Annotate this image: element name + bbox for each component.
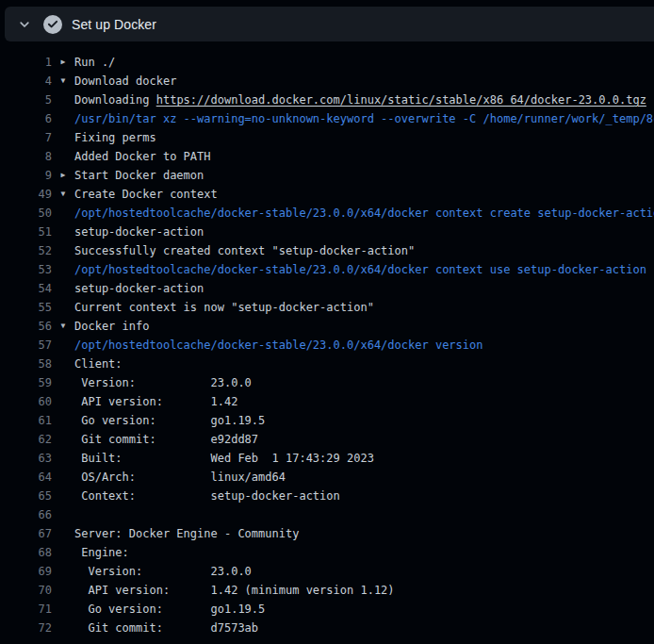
line-number[interactable]: 69 (0, 562, 52, 581)
group-collapse-toggle-icon[interactable]: ▼ (52, 317, 74, 336)
line-number[interactable]: 59 (0, 373, 52, 392)
toggle-spacer (52, 392, 74, 411)
toggle-spacer (52, 411, 74, 430)
log-text: Git commit: d7573ab (74, 619, 258, 637)
toggle-spacer (52, 524, 74, 543)
log-text: Engine: (74, 543, 129, 562)
line-number[interactable]: 61 (0, 411, 52, 430)
toggle-spacer (52, 581, 74, 600)
log-line: 5Downloading https://download.docker.com… (0, 91, 654, 109)
toggle-spacer (52, 487, 74, 505)
group-collapse-toggle-icon[interactable]: ▼ (52, 185, 74, 204)
log-lines: 1▶Run ./4▼Download docker5Downloading ht… (0, 53, 654, 637)
command-text: /usr/bin/tar xz --warning=no-unknown-key… (74, 109, 654, 128)
log-text: Version: 23.0.0 (74, 373, 252, 392)
command-text: /opt/hostedtoolcache/docker-stable/23.0.… (74, 204, 654, 223)
group-expand-toggle-icon[interactable]: ▶ (52, 53, 74, 72)
log-text: Context: setup-docker-action (74, 487, 340, 505)
log-text: Client: (74, 355, 123, 373)
toggle-spacer (52, 355, 74, 373)
line-number[interactable]: 4 (0, 72, 52, 91)
line-number[interactable]: 7 (0, 128, 52, 147)
line-number[interactable]: 66 (0, 505, 52, 524)
line-number[interactable]: 71 (0, 600, 52, 619)
command-text: /opt/hostedtoolcache/docker-stable/23.0.… (74, 260, 646, 279)
log-line: 55Current context is now "setup-docker-a… (0, 298, 654, 317)
log-text: API version: 1.42 (minimum version 1.12) (74, 581, 395, 600)
line-number[interactable]: 58 (0, 355, 52, 373)
toggle-spacer (52, 468, 74, 487)
toggle-spacer (52, 600, 74, 619)
toggle-spacer (52, 373, 74, 392)
chevron-down-icon[interactable] (17, 17, 32, 32)
line-number[interactable]: 53 (0, 260, 52, 279)
log-line: 49▼Create Docker context (0, 185, 654, 204)
line-number[interactable]: 8 (0, 147, 52, 166)
log-text: setup-docker-action (74, 223, 204, 241)
log-text: Go version: go1.19.5 (74, 411, 265, 430)
line-number[interactable]: 54 (0, 279, 52, 298)
group-expand-toggle-icon[interactable]: ▶ (52, 166, 74, 185)
step-title: Set up Docker (72, 17, 156, 32)
log-line: 63 Built: Wed Feb 1 17:43:29 2023 (0, 449, 654, 468)
line-number[interactable]: 70 (0, 581, 52, 600)
toggle-spacer (52, 204, 74, 223)
line-number[interactable]: 55 (0, 298, 52, 317)
line-number[interactable]: 68 (0, 543, 52, 562)
line-number[interactable]: 57 (0, 336, 52, 355)
line-number[interactable]: 6 (0, 109, 52, 128)
line-number[interactable]: 67 (0, 524, 52, 543)
log-text: Downloading (74, 93, 156, 107)
log-text: Version: 23.0.0 (74, 562, 252, 581)
download-url-link[interactable]: https://download.docker.com/linux/static… (156, 93, 646, 107)
toggle-spacer (52, 449, 74, 468)
line-number[interactable]: 49 (0, 185, 52, 204)
log-line: 54setup-docker-action (0, 279, 654, 298)
toggle-spacer (52, 298, 74, 317)
line-number[interactable]: 5 (0, 91, 52, 109)
log-text: Go version: go1.19.5 (74, 600, 265, 619)
group-title: Create Docker context (74, 185, 218, 204)
toggle-spacer (52, 147, 74, 166)
check-circle-icon (43, 15, 62, 34)
log-text: Current context is now "setup-docker-act… (74, 298, 374, 317)
line-number[interactable]: 65 (0, 487, 52, 505)
toggle-spacer (52, 109, 74, 128)
step-header[interactable]: Set up Docker (5, 7, 654, 41)
toggle-spacer (52, 241, 74, 260)
log-text: OS/Arch: linux/amd64 (74, 468, 286, 487)
log-line: 60 API version: 1.42 (0, 392, 654, 411)
log-line: 62 Git commit: e92dd87 (0, 430, 654, 449)
log-line: 53/opt/hostedtoolcache/docker-stable/23.… (0, 260, 654, 279)
toggle-spacer (52, 543, 74, 562)
toggle-spacer (52, 619, 74, 637)
group-collapse-toggle-icon[interactable]: ▼ (52, 72, 74, 91)
line-number[interactable]: 62 (0, 430, 52, 449)
log-line: 6/usr/bin/tar xz --warning=no-unknown-ke… (0, 109, 654, 128)
line-number[interactable]: 1 (0, 53, 52, 72)
log-line: 1▶Run ./ (0, 53, 654, 72)
toggle-spacer (52, 279, 74, 298)
log-text: Successfully created context "setup-dock… (74, 241, 415, 260)
line-number[interactable]: 56 (0, 317, 52, 336)
log-line: 50/opt/hostedtoolcache/docker-stable/23.… (0, 204, 654, 223)
log-line: 7Fixing perms (0, 128, 654, 147)
line-number[interactable]: 51 (0, 223, 52, 241)
log-text: Added Docker to PATH (74, 147, 211, 166)
log-text: Server: Docker Engine - Community (74, 524, 299, 543)
line-number[interactable]: 9 (0, 166, 52, 185)
log-line: 69 Version: 23.0.0 (0, 562, 654, 581)
log-text: Git commit: e92dd87 (74, 430, 258, 449)
toggle-spacer (52, 260, 74, 279)
line-number[interactable]: 64 (0, 468, 52, 487)
log-line: 51setup-docker-action (0, 223, 654, 241)
line-number[interactable]: 50 (0, 204, 52, 223)
log-line: 61 Go version: go1.19.5 (0, 411, 654, 430)
command-text: /opt/hostedtoolcache/docker-stable/23.0.… (74, 336, 482, 355)
line-number[interactable]: 52 (0, 241, 52, 260)
line-number[interactable]: 63 (0, 449, 52, 468)
log-line: 65 Context: setup-docker-action (0, 487, 654, 505)
toggle-spacer (52, 91, 74, 109)
line-number[interactable]: 72 (0, 619, 52, 637)
line-number[interactable]: 60 (0, 392, 52, 411)
